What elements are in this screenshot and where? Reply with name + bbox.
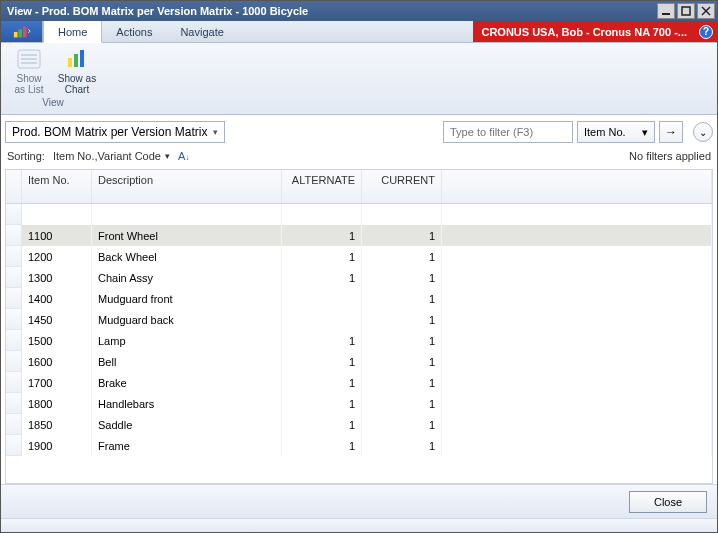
- cell-current[interactable]: 1: [362, 267, 442, 288]
- table-row[interactable]: 1400Mudguard front1: [6, 288, 712, 309]
- table-row[interactable]: 1450Mudguard back1: [6, 309, 712, 330]
- table-row[interactable]: 1100Front Wheel11: [6, 225, 712, 246]
- tab-navigate[interactable]: Navigate: [166, 21, 237, 42]
- row-selector[interactable]: [6, 246, 22, 267]
- cell-current[interactable]: 1: [362, 225, 442, 246]
- help-button[interactable]: ?: [695, 21, 717, 42]
- table-row[interactable]: 1600Bell11: [6, 351, 712, 372]
- cell-alternate[interactable]: 1: [282, 393, 362, 414]
- show-as-list-button[interactable]: Show as List: [7, 47, 51, 95]
- cell-current[interactable]: 1: [362, 372, 442, 393]
- cell-description[interactable]: Bell: [92, 351, 282, 372]
- row-selector[interactable]: [6, 330, 22, 351]
- row-selector[interactable]: [6, 267, 22, 288]
- cell-description[interactable]: Brake: [92, 372, 282, 393]
- row-selector[interactable]: [6, 309, 22, 330]
- sort-direction-button[interactable]: A↓: [178, 150, 189, 162]
- cell-description[interactable]: Mudguard back: [92, 309, 282, 330]
- table-row[interactable]: 1200Back Wheel11: [6, 246, 712, 267]
- cell-alternate[interactable]: 1: [282, 246, 362, 267]
- filter-field-label: Item No.: [584, 126, 626, 138]
- cell-description[interactable]: Handlebars: [92, 393, 282, 414]
- filter-controls: Item No. ▾ → ⌄: [443, 121, 713, 143]
- table-row[interactable]: 1500Lamp11: [6, 330, 712, 351]
- cell-blank: [442, 351, 712, 372]
- table-row[interactable]: 1900Frame11: [6, 435, 712, 456]
- table-row[interactable]: 1850Saddle11: [6, 414, 712, 435]
- header-selector[interactable]: [6, 170, 22, 203]
- expand-filter-button[interactable]: ⌄: [693, 122, 713, 142]
- row-selector[interactable]: [6, 414, 22, 435]
- row-selector[interactable]: [6, 225, 22, 246]
- header-current[interactable]: CURRENT: [362, 170, 442, 203]
- header-alternate[interactable]: ALTERNATE: [282, 170, 362, 203]
- data-grid: Item No. Description ALTERNATE CURRENT 1…: [5, 169, 713, 484]
- cell-item-no[interactable]: 1800: [22, 393, 92, 414]
- cell-alternate[interactable]: 1: [282, 435, 362, 456]
- filter-input[interactable]: [443, 121, 573, 143]
- cell-alternate[interactable]: [282, 288, 362, 309]
- cell-description[interactable]: Frame: [92, 435, 282, 456]
- cell-current[interactable]: 1: [362, 288, 442, 309]
- cell-current[interactable]: 1: [362, 414, 442, 435]
- cell-description[interactable]: Mudguard front: [92, 288, 282, 309]
- sorting-dropdown[interactable]: Item No.,Variant Code ▾: [53, 150, 170, 162]
- cell-alternate[interactable]: 1: [282, 414, 362, 435]
- table-row[interactable]: 1800Handlebars11: [6, 393, 712, 414]
- cell-description[interactable]: Lamp: [92, 330, 282, 351]
- cell-alternate[interactable]: 1: [282, 351, 362, 372]
- row-selector[interactable]: [6, 435, 22, 456]
- cell-description[interactable]: Front Wheel: [92, 225, 282, 246]
- cell-item-no[interactable]: 1500: [22, 330, 92, 351]
- header-description[interactable]: Description: [92, 170, 282, 203]
- tab-home[interactable]: Home: [43, 21, 102, 43]
- grid-body[interactable]: 1100Front Wheel111200Back Wheel111300Cha…: [6, 204, 712, 483]
- cell-current[interactable]: 1: [362, 330, 442, 351]
- cell-alternate[interactable]: 1: [282, 372, 362, 393]
- view-dropdown[interactable]: Prod. BOM Matrix per Version Matrix ▾: [5, 121, 225, 143]
- svg-rect-11: [68, 58, 72, 67]
- row-selector[interactable]: [6, 393, 22, 414]
- show-as-chart-button[interactable]: Show as Chart: [55, 47, 99, 95]
- cell-description[interactable]: Back Wheel: [92, 246, 282, 267]
- cell-alternate[interactable]: 1: [282, 225, 362, 246]
- cell-alternate[interactable]: 1: [282, 267, 362, 288]
- cell-description[interactable]: Chain Assy: [92, 267, 282, 288]
- row-selector[interactable]: [6, 288, 22, 309]
- cell-alternate[interactable]: [282, 309, 362, 330]
- tab-actions[interactable]: Actions: [102, 21, 166, 42]
- filter-go-button[interactable]: →: [659, 121, 683, 143]
- minimize-button[interactable]: [657, 3, 675, 19]
- cell-item-no[interactable]: 1100: [22, 225, 92, 246]
- cell-item-no[interactable]: 1900: [22, 435, 92, 456]
- close-window-button[interactable]: [697, 3, 715, 19]
- row-selector[interactable]: [6, 372, 22, 393]
- maximize-button[interactable]: [677, 3, 695, 19]
- cell-description[interactable]: Saddle: [92, 414, 282, 435]
- cell-item-no[interactable]: 1850: [22, 414, 92, 435]
- cell-item-no[interactable]: 1200: [22, 246, 92, 267]
- show-as-chart-label: Show as Chart: [58, 73, 96, 95]
- table-row[interactable]: 1700Brake11: [6, 372, 712, 393]
- cell-current[interactable]: 1: [362, 435, 442, 456]
- cell-blank: [442, 309, 712, 330]
- cell-current[interactable]: 1: [362, 351, 442, 372]
- cell-item-no[interactable]: 1450: [22, 309, 92, 330]
- cell-current[interactable]: 1: [362, 309, 442, 330]
- cell-current[interactable]: 1: [362, 393, 442, 414]
- svg-rect-13: [80, 50, 84, 67]
- cell-current[interactable]: 1: [362, 246, 442, 267]
- close-button[interactable]: Close: [629, 491, 707, 513]
- ribbon: Show as List Show as Chart View: [1, 43, 717, 115]
- cell-item-no[interactable]: 1700: [22, 372, 92, 393]
- cell-item-no[interactable]: 1600: [22, 351, 92, 372]
- svg-rect-5: [18, 29, 22, 37]
- table-row[interactable]: 1300Chain Assy11: [6, 267, 712, 288]
- row-selector[interactable]: [6, 351, 22, 372]
- app-menu-button[interactable]: [1, 21, 43, 42]
- header-item-no[interactable]: Item No.: [22, 170, 92, 203]
- cell-item-no[interactable]: 1400: [22, 288, 92, 309]
- cell-alternate[interactable]: 1: [282, 330, 362, 351]
- cell-item-no[interactable]: 1300: [22, 267, 92, 288]
- filter-field-dropdown[interactable]: Item No. ▾: [577, 121, 655, 143]
